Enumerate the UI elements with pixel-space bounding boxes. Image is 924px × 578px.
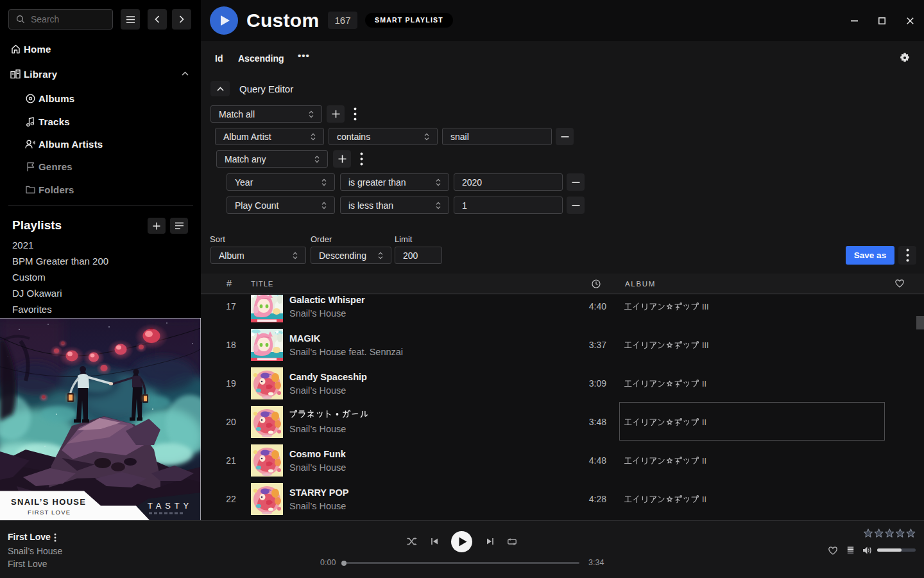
- svg-text:II: II: [702, 418, 706, 427]
- svg-text:SNAIL’S HOUSE: SNAIL’S HOUSE: [11, 497, 86, 507]
- svg-text:FIRST LOVE: FIRST LOVE: [28, 509, 71, 516]
- svg-text:II: II: [702, 457, 706, 466]
- svg-text:III: III: [702, 341, 708, 350]
- svg-text:II: II: [702, 495, 706, 504]
- svg-text:TASTY: TASTY: [148, 501, 193, 511]
- svg-text:II: II: [702, 380, 706, 389]
- svg-text:III: III: [702, 302, 708, 311]
